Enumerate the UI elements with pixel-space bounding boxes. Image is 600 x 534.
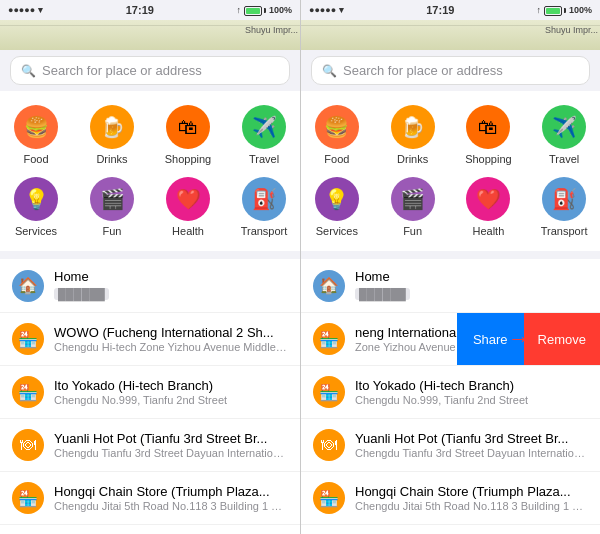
travel-icon-right: ✈️ — [542, 105, 586, 149]
wowo-text-right: neng International 2 Sh... Zone Yizhou A… — [355, 325, 470, 353]
category-drinks-right[interactable]: 🍺 Drinks — [377, 101, 449, 169]
search-icon-left: 🔍 — [21, 64, 36, 78]
wowo-name-right: neng International 2 Sh... — [355, 325, 470, 340]
category-travel-right[interactable]: ✈️ Travel — [528, 101, 600, 169]
search-bar-left[interactable]: 🔍 Search for place or address — [0, 50, 300, 91]
yuanli-name: Yuanli Hot Pot (Tianfu 3rd Street Br... — [54, 431, 288, 446]
fun-label-left: Fun — [103, 225, 122, 237]
category-drinks-left[interactable]: 🍺 Drinks — [76, 101, 148, 169]
store-icon: 🏪 — [12, 323, 44, 355]
travel-label-right: Travel — [549, 153, 579, 165]
category-fun-left[interactable]: 🎬 Fun — [76, 173, 148, 241]
location-list-right: 🏠 Home ██████ 🏪 neng International 2 Sh.… — [301, 259, 600, 534]
category-shopping-left[interactable]: 🛍 Shopping — [152, 101, 224, 169]
shopping-label-left: Shopping — [165, 153, 212, 165]
list-item[interactable]: 🏪 Hongqi Chain Store (Triumph Plaza... C… — [0, 472, 300, 525]
status-bar-right: ●●●●● ▾ 17:19 ↑ 100% — [301, 0, 600, 20]
signal-icon: ●●●●● — [8, 5, 35, 15]
list-item[interactable]: 🔍 supermarket Chengdu — [0, 525, 300, 534]
category-health-left[interactable]: ❤️ Health — [152, 173, 224, 241]
hongqi-address-right: Chengdu Jitai 5th Road No.118 3 Building… — [355, 500, 588, 512]
category-food-right[interactable]: 🍔 Food — [301, 101, 373, 169]
drinks-icon-right: 🍺 — [391, 105, 435, 149]
status-bar-left: ●●●●● ▾ 17:19 ↑ 100% — [0, 0, 300, 20]
list-item[interactable]: 🏠 Home ██████ — [301, 259, 600, 313]
services-icon-right: 💡 — [315, 177, 359, 221]
category-travel-left[interactable]: ✈️ Travel — [228, 101, 300, 169]
search-icon-right: 🔍 — [322, 64, 337, 78]
left-panel: ●●●●● ▾ 17:19 ↑ 100% Shuyu Impr... 🔍 Sea… — [0, 0, 300, 534]
list-item[interactable]: 🍽 Yuanli Hot Pot (Tianfu 3rd Street Br..… — [301, 419, 600, 472]
right-panel: ●●●●● ▾ 17:19 ↑ 100% Shuyu Impr... 🔍 Sea… — [300, 0, 600, 534]
shopping-icon-left: 🛍 — [166, 105, 210, 149]
arrow-icon: ↑ — [236, 5, 241, 15]
home-subtitle: ██████ — [54, 288, 109, 300]
ito-text-right: Ito Yokado (Hi-tech Branch) Chengdu No.9… — [355, 378, 588, 406]
store-icon: 🏪 — [12, 376, 44, 408]
search-placeholder-left: Search for place or address — [42, 63, 202, 78]
restaurant-icon: 🍽 — [12, 429, 44, 461]
search-placeholder-right: Search for place or address — [343, 63, 503, 78]
food-label-right: Food — [324, 153, 349, 165]
category-grid-right: 🍔 Food 🍺 Drinks 🛍 Shopping ✈️ Travel 💡 S… — [301, 91, 600, 251]
time-left: 17:19 — [126, 4, 154, 16]
category-grid-left: 🍔 Food 🍺 Drinks 🛍 Shopping ✈️ Travel 💡 S… — [0, 91, 300, 251]
ito-address: Chengdu No.999, Tianfu 2nd Street — [54, 394, 288, 406]
list-item[interactable]: 🍽 Yuanli Hot Pot (Tianfu 3rd Street Br..… — [0, 419, 300, 472]
restaurant-icon-right: 🍽 — [313, 429, 345, 461]
list-item[interactable]: 🏪 Hongqi Chain Store (Triumph Plaza... C… — [301, 472, 600, 525]
services-icon-left: 💡 — [14, 177, 58, 221]
health-label-right: Health — [472, 225, 504, 237]
transport-label-left: Transport — [241, 225, 288, 237]
health-icon-right: ❤️ — [466, 177, 510, 221]
location-list-left: 🏠 Home ██████ 🏪 WOWO (Fucheng Internatio… — [0, 259, 300, 534]
store-icon-right3: 🏪 — [313, 482, 345, 514]
home-text-right: Home ██████ — [355, 269, 588, 302]
store-icon-right: 🏪 — [313, 323, 345, 355]
ito-name-right: Ito Yokado (Hi-tech Branch) — [355, 378, 588, 393]
category-services-right[interactable]: 💡 Services — [301, 173, 373, 241]
category-food-left[interactable]: 🍔 Food — [0, 101, 72, 169]
yuanli-name-right: Yuanli Hot Pot (Tianfu 3rd Street Br... — [355, 431, 588, 446]
category-transport-left[interactable]: ⛽ Transport — [228, 173, 300, 241]
home-text: Home ██████ — [54, 269, 288, 302]
drinks-label-right: Drinks — [397, 153, 428, 165]
shopping-label-right: Shopping — [465, 153, 512, 165]
home-icon-right: 🏠 — [313, 270, 345, 302]
list-item[interactable]: 🏠 Home ██████ — [0, 259, 300, 313]
health-icon-left: ❤️ — [166, 177, 210, 221]
wowo-address: Chengdu Hi-tech Zone Yizhou Avenue Middl… — [54, 341, 288, 353]
transport-icon-left: ⛽ — [242, 177, 286, 221]
list-item[interactable]: 🏪 Ito Yokado (Hi-tech Branch) Chengdu No… — [0, 366, 300, 419]
fun-icon-right: 🎬 — [391, 177, 435, 221]
battery-icon-right — [544, 5, 566, 16]
hongqi-text-right: Hongqi Chain Store (Triumph Plaza... Che… — [355, 484, 588, 512]
map-label-left: Shuyu Impr... — [245, 25, 298, 35]
hongqi-text: Hongqi Chain Store (Triumph Plaza... Che… — [54, 484, 288, 512]
list-item[interactable]: 🏪 Ito Yokado (Hi-tech Branch) Chengdu No… — [301, 366, 600, 419]
hongqi-name-right: Hongqi Chain Store (Triumph Plaza... — [355, 484, 588, 499]
food-label-left: Food — [23, 153, 48, 165]
wifi-icon: ▾ — [38, 5, 43, 15]
category-shopping-right[interactable]: 🛍 Shopping — [453, 101, 525, 169]
search-input-right[interactable]: 🔍 Search for place or address — [311, 56, 590, 85]
remove-button[interactable]: Remove — [524, 313, 600, 365]
wowo-text: WOWO (Fucheng International 2 Sh... Chen… — [54, 325, 288, 353]
transport-label-right: Transport — [541, 225, 588, 237]
list-item[interactable]: 🏪 WOWO (Fucheng International 2 Sh... Ch… — [0, 313, 300, 366]
list-item[interactable]: 🔍 supermarket Chengdu — [301, 525, 600, 534]
services-label-right: Services — [316, 225, 358, 237]
category-fun-right[interactable]: 🎬 Fun — [377, 173, 449, 241]
map-label-right: Shuyu Impr... — [545, 25, 598, 35]
ito-name: Ito Yokado (Hi-tech Branch) — [54, 378, 288, 393]
status-right-right: ↑ 100% — [536, 5, 592, 16]
yuanli-text: Yuanli Hot Pot (Tianfu 3rd Street Br... … — [54, 431, 288, 459]
search-bar-right[interactable]: 🔍 Search for place or address — [301, 50, 600, 91]
category-services-left[interactable]: 💡 Services — [0, 173, 72, 241]
category-transport-right[interactable]: ⛽ Transport — [528, 173, 600, 241]
search-input-left[interactable]: 🔍 Search for place or address — [10, 56, 290, 85]
category-health-right[interactable]: ❤️ Health — [453, 173, 525, 241]
home-subtitle-right: ██████ — [355, 288, 410, 300]
home-name: Home — [54, 269, 288, 284]
list-item[interactable]: 🏪 neng International 2 Sh... Zone Yizhou… — [301, 313, 600, 366]
